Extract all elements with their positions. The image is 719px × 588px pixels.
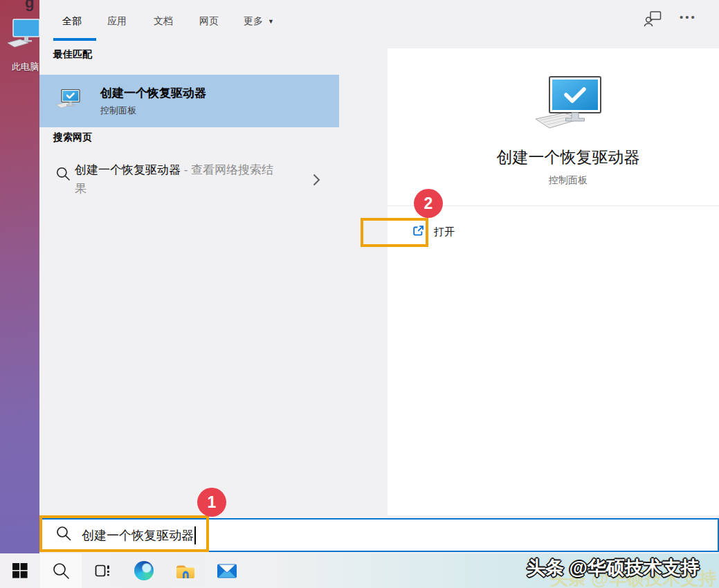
search-flyout: 全部 应用 文档 网页 更多▼ ••• 最佳匹配 <box>39 0 719 553</box>
file-explorer-icon <box>175 562 196 580</box>
web-result-query: 创建一个恢复驱动器 <box>75 163 181 176</box>
preview-title: 创建一个恢复驱动器 <box>388 147 719 168</box>
result-subtitle: 控制面板 <box>100 104 206 117</box>
taskbar-search-button[interactable] <box>40 553 82 588</box>
recovery-drive-icon <box>55 89 81 114</box>
task-view-button[interactable] <box>82 553 123 588</box>
chevron-down-icon: ▼ <box>268 18 274 25</box>
annotation-box-1 <box>39 515 209 552</box>
tab-apps[interactable]: 应用 <box>107 15 127 28</box>
web-result-text: 创建一个恢复驱动器 - 查看网络搜索结果 <box>75 160 277 198</box>
mail-button[interactable] <box>206 553 248 588</box>
preview-pane: 创建一个恢复驱动器 控制面板 打开 <box>388 48 719 515</box>
recovery-drive-icon-large <box>530 75 606 136</box>
annotation-step-2: 2 <box>414 189 443 218</box>
edge-icon <box>134 561 154 580</box>
annotation-step-1: 1 <box>197 488 226 517</box>
web-search-result[interactable]: 创建一个恢复驱动器 - 查看网络搜索结果 <box>39 155 339 208</box>
feedback-user-icon[interactable] <box>644 10 662 30</box>
tab-documents[interactable]: 文档 <box>154 15 173 28</box>
chevron-right-icon[interactable] <box>312 173 321 190</box>
edge-browser-button[interactable] <box>123 553 165 588</box>
best-match-result[interactable]: 创建一个恢复驱动器 控制面板 <box>39 75 339 127</box>
tab-web[interactable]: 网页 <box>199 15 219 28</box>
search-icon <box>55 166 71 185</box>
mail-icon <box>217 563 237 579</box>
tab-all[interactable]: 全部 <box>62 15 82 28</box>
best-match-texts: 创建一个恢复驱动器 控制面板 <box>100 85 206 117</box>
this-pc-icon[interactable] <box>6 18 39 53</box>
annotation-box-2 <box>361 218 428 247</box>
web-search-header: 搜索网页 <box>53 131 92 144</box>
wallpaper-text-fragment: g <box>25 0 34 12</box>
best-match-header: 最佳匹配 <box>53 48 92 61</box>
screen: g 此电脑 全部 应用 文档 网页 更多▼ <box>0 0 719 588</box>
file-explorer-button[interactable] <box>165 553 206 588</box>
watermark: 头条 @华硕技术支持 <box>527 555 700 580</box>
result-title: 创建一个恢复驱动器 <box>100 85 206 101</box>
ellipsis-icon[interactable]: ••• <box>680 11 697 23</box>
search-filter-tabs: 全部 应用 文档 网页 更多▼ ••• <box>39 0 719 43</box>
tab-more[interactable]: 更多▼ <box>244 15 274 28</box>
tab-more-label: 更多 <box>244 15 263 26</box>
active-tab-underline <box>53 38 96 41</box>
this-pc-label: 此电脑 <box>12 61 39 73</box>
preview-subtitle: 控制面板 <box>388 174 719 187</box>
open-action-label: 打开 <box>434 226 455 239</box>
start-button[interactable] <box>0 553 40 588</box>
desktop-background: g 此电脑 <box>0 0 39 553</box>
